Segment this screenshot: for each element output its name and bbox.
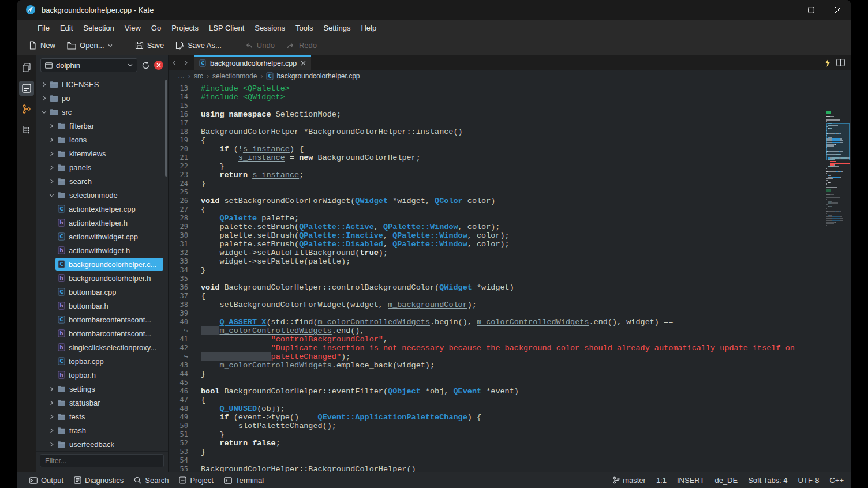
minimize-button[interactable] (771, 0, 798, 20)
new-button[interactable]: New (23, 38, 61, 52)
menu-item-go[interactable]: Go (146, 21, 166, 35)
maximize-button[interactable] (798, 0, 824, 20)
split-view-icon[interactable] (836, 59, 845, 66)
breadcrumb-root[interactable]: … (178, 72, 185, 80)
breadcrumb-item-src[interactable]: src (194, 72, 203, 80)
tree-item-kitemviews[interactable]: kitemviews (36, 147, 168, 160)
code-line[interactable]: 52 return false; (169, 439, 851, 448)
tree-item-search[interactable]: search (36, 174, 168, 188)
code-line[interactable]: 31 palette.setBrush(QPalette::Disabled, … (169, 240, 851, 249)
tree-scrollbar[interactable] (165, 80, 167, 177)
code-line[interactable]: 47{ (169, 396, 851, 404)
menu-item-view[interactable]: View (119, 21, 146, 35)
code-line[interactable]: 34} (169, 266, 851, 275)
close-project-button[interactable] (154, 61, 163, 70)
chevron-right-icon[interactable] (48, 151, 55, 156)
chevron-right-icon[interactable] (48, 179, 55, 184)
tree-item-bottombarcontentscont[interactable]: Cbottombarcontentscont... (36, 313, 168, 326)
chevron-right-icon[interactable] (48, 386, 55, 392)
menu-item-tools[interactable]: Tools (290, 21, 318, 35)
menu-item-projects[interactable]: Projects (166, 21, 204, 35)
chevron-right-icon[interactable] (48, 442, 55, 447)
tree-item-bottombar-h[interactable]: hbottombar.h (36, 299, 168, 313)
code-line[interactable]: 39 (169, 309, 851, 318)
project-selector[interactable]: dolphin (40, 58, 137, 72)
minimap[interactable] (826, 111, 850, 227)
code-line[interactable]: 27{ (169, 205, 851, 214)
tree-item-topbar-h[interactable]: htopbar.h (36, 368, 168, 382)
code-line[interactable]: 54 (169, 456, 851, 465)
code-line[interactable]: 24} (169, 179, 851, 188)
code-line[interactable]: 21 s_instance = new BackgroundColorHelpe… (169, 153, 851, 162)
tree-item-bottombar-cpp[interactable]: Cbottombar.cpp (36, 285, 168, 299)
close-tab-icon[interactable] (301, 61, 306, 66)
back-icon[interactable] (169, 55, 180, 70)
tree-item-filterbar[interactable]: filterbar (36, 119, 168, 133)
code-line[interactable]: 51 } (169, 430, 851, 439)
chevron-down-icon[interactable] (48, 193, 55, 198)
output-tool-button[interactable]: Output (24, 474, 69, 486)
breadcrumb-file[interactable]: Cbackgroundcolorhelper.cpp (266, 72, 360, 80)
code-line[interactable]: 16using namespace SelectionMode; (169, 110, 851, 119)
git-branch-status[interactable]: master (613, 476, 646, 485)
chevron-right-icon[interactable] (48, 165, 55, 170)
chevron-right-icon[interactable] (48, 123, 55, 129)
code-line[interactable]: 36void BackgroundColorHelper::controlBac… (169, 283, 851, 292)
tree-item-actiontexthelper-cpp[interactable]: Cactiontexthelper.cpp (36, 202, 168, 216)
code-line[interactable]: ↪ m_colorControlledWidgets.end(), (169, 326, 851, 335)
tree-item-statusbar[interactable]: statusbar (36, 396, 168, 410)
tree-item-topbar-cpp[interactable]: Ctopbar.cpp (36, 354, 168, 368)
code-area[interactable]: 13#include <QPalette>14#include <QWidget… (169, 82, 851, 472)
code-line[interactable]: 55BackgroundColorHelper::BackgroundColor… (169, 465, 851, 472)
menu-item-selection[interactable]: Selection (78, 21, 119, 35)
save-as-button[interactable]: Save As... (170, 38, 227, 52)
tree-item-actionwithwidget-h[interactable]: hactionwithwidget.h (36, 243, 168, 257)
menu-item-help[interactable]: Help (356, 21, 381, 35)
code-line[interactable]: 46bool BackgroundColorHelper::eventFilte… (169, 387, 851, 396)
tab-backgroundcolorhelper[interactable]: C backgroundcolorhelper.cpp (194, 55, 311, 70)
code-line[interactable]: 15 (169, 102, 851, 110)
chevron-right-icon[interactable] (48, 414, 55, 419)
code-line[interactable]: 45 (169, 378, 851, 387)
code-line[interactable]: 14#include <QWidget> (169, 93, 851, 102)
terminal-tool-button[interactable]: Terminal (219, 474, 269, 486)
code-line[interactable]: 49 if (event->type() == QEvent::Applicat… (169, 413, 851, 422)
undo-button[interactable]: Undo (239, 38, 280, 52)
dictionary-locale[interactable]: de_DE (714, 476, 738, 485)
redo-button[interactable]: Redo (281, 38, 322, 52)
code-line[interactable]: 22 } (169, 162, 851, 171)
quick-fix-bolt-icon[interactable] (825, 59, 830, 67)
minimap-viewport[interactable] (826, 123, 850, 160)
code-line[interactable]: 42 "Duplicate insertion is not necessary… (169, 344, 851, 352)
code-line[interactable]: 23 return s_instance; (169, 171, 851, 179)
cursor-position[interactable]: 1:1 (656, 476, 667, 485)
code-line[interactable]: 18BackgroundColorHelper *BackgroundColor… (169, 127, 851, 136)
code-line[interactable]: 40 Q_ASSERT_X(std::find(m_colorControlle… (169, 318, 851, 326)
chevron-right-icon[interactable] (48, 137, 55, 142)
syntax-mode[interactable]: C++ (829, 476, 844, 485)
tree-item-selectionmode[interactable]: selectionmode (36, 188, 168, 202)
chevron-right-icon[interactable] (48, 400, 55, 406)
chevron-down-icon[interactable] (40, 110, 47, 115)
close-button[interactable] (824, 0, 851, 20)
tree-item-icons[interactable]: icons (36, 133, 168, 147)
filter-input[interactable] (40, 454, 164, 467)
tree-item-trash[interactable]: trash (36, 423, 168, 437)
refresh-icon[interactable] (141, 61, 150, 70)
save-button[interactable]: Save (130, 38, 170, 52)
code-line[interactable]: 17 (169, 119, 851, 127)
menu-item-lsp-client[interactable]: LSP Client (204, 21, 249, 35)
code-line[interactable]: 44} (169, 370, 851, 378)
code-line[interactable]: 13#include <QPalette> (169, 84, 851, 93)
git-icon[interactable] (19, 102, 34, 117)
code-line[interactable]: 20 if (!s_instance) { (169, 145, 851, 153)
code-line[interactable]: 29 palette.setBrush(QPalette::Active, QP… (169, 223, 851, 231)
tree-item-src[interactable]: src (36, 105, 168, 119)
code-line[interactable]: 50 slotPaletteChanged(); (169, 422, 851, 430)
tree-item-bottombarcontentscont[interactable]: hbottombarcontentscont... (36, 326, 168, 340)
chevron-right-icon[interactable] (40, 96, 47, 101)
tree-item-singleclickselectionproxy[interactable]: hsingleclickselectionproxy... (36, 340, 168, 354)
code-line[interactable]: 43 m_colorControlledWidgets.emplace_back… (169, 361, 851, 370)
tree-item-tests[interactable]: tests (36, 410, 168, 423)
code-line[interactable]: 48 Q_UNUSED(obj); (169, 404, 851, 413)
